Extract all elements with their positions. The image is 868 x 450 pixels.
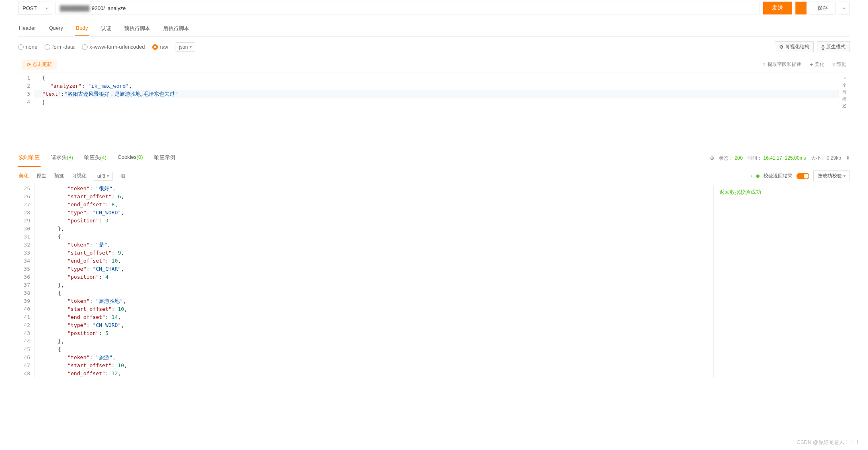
save-dropdown[interactable]: ▾: [839, 2, 850, 14]
request-url-row: POST ▾ ████████ :9200/_analyze 发送 ▾ 保存 ▾: [18, 0, 850, 16]
send-button[interactable]: 发送: [763, 2, 792, 14]
response-view-tabs: 美化 原生 预览 可视化 utf8▾ ⧉: [18, 171, 128, 181]
view-beautify[interactable]: 美化: [18, 171, 29, 181]
radio-form-data[interactable]: form-data: [45, 44, 75, 50]
radio-raw[interactable]: raw: [152, 44, 168, 50]
chevron-down-icon: ▾: [843, 6, 845, 10]
beautify-button[interactable]: ✦ 美化: [809, 61, 824, 68]
chevron-down-icon: ▾: [107, 174, 109, 178]
radio-none[interactable]: none: [18, 44, 37, 50]
http-method-select[interactable]: POST ▾: [18, 2, 52, 14]
validation-title: 校验返回结果: [764, 173, 792, 179]
field-description-sidebar[interactable]: « 字段描述: [839, 72, 850, 149]
url-host-blurred: ████████: [60, 5, 90, 11]
http-method-value: POST: [23, 5, 37, 11]
tab-realtime-response[interactable]: 实时响应: [18, 149, 41, 167]
validation-success-message: 返回数据校验成功: [719, 189, 844, 196]
body-type-radios: none form-data x-www-form-urlencoded raw…: [18, 42, 195, 52]
chevron-down-icon: ▾: [46, 6, 48, 10]
response-status-bar: ⊕ 状态： 200 时间： 16:41:17 125.00ms 大小： 0.29…: [710, 155, 850, 162]
url-input[interactable]: ████████ :9200/_analyze: [55, 2, 760, 14]
view-visual[interactable]: 可视化: [71, 171, 87, 181]
collapse-icon: «: [843, 76, 846, 80]
tree-icon: ⚙: [779, 44, 784, 50]
url-path: :9200/_analyze: [90, 5, 126, 11]
click-update-button[interactable]: ⟳点击更新: [22, 60, 57, 70]
visual-structure-button[interactable]: ⚙可视化结构: [775, 41, 814, 52]
chevron-down-icon: ▾: [843, 174, 845, 178]
tab-body[interactable]: Body: [75, 21, 89, 36]
status-dot-icon: [756, 175, 760, 178]
globe-icon: ⊕: [710, 155, 714, 161]
view-preview[interactable]: 预览: [53, 171, 65, 181]
tab-auth[interactable]: 认证: [100, 21, 112, 36]
copy-icon[interactable]: ⧉: [119, 173, 128, 179]
save-button[interactable]: 保存: [810, 2, 835, 14]
expand-icon[interactable]: ›: [751, 173, 752, 179]
refresh-icon: ⟳: [27, 62, 31, 68]
request-body-editor[interactable]: 1234 { "analyzer": "ik_max_word", "text"…: [18, 72, 839, 149]
tab-request-headers[interactable]: 请求头(8): [50, 149, 74, 167]
tab-pre-script[interactable]: 预执行脚本: [123, 21, 151, 36]
validation-panel: 返回数据校验成功: [713, 185, 850, 378]
validation-toggle[interactable]: [796, 173, 809, 179]
simplify-button[interactable]: ≡ 简化: [832, 61, 846, 68]
view-raw[interactable]: 原生: [36, 171, 47, 181]
request-tabs: Header Query Body 认证 预执行脚本 后执行脚本: [18, 21, 850, 37]
tab-response-headers[interactable]: 响应头(4): [84, 149, 107, 167]
response-line-gutter: 2526272829303132333435363738394041424344…: [18, 185, 34, 378]
chevron-down-icon: ▾: [190, 45, 192, 49]
extract-fields-button[interactable]: ⇪ 提取字段和描述: [762, 61, 801, 68]
encoding-select[interactable]: utf8▾: [94, 172, 113, 181]
validation-mode-select[interactable]: 按成功校验▾: [813, 171, 850, 181]
download-icon[interactable]: ⬇: [846, 155, 850, 161]
native-mode-button[interactable]: {}原生模式: [817, 41, 850, 52]
tab-query[interactable]: Query: [48, 21, 64, 36]
response-body-viewer[interactable]: 2526272829303132333435363738394041424344…: [18, 185, 713, 378]
chevron-down-icon: ▾: [800, 6, 802, 10]
tab-response-example[interactable]: 响应示例: [154, 149, 176, 167]
tab-post-script[interactable]: 后执行脚本: [162, 21, 190, 36]
response-tabs: 实时响应 请求头(8) 响应头(4) Cookies(0) 响应示例 ⊕ 状态：…: [18, 149, 850, 167]
braces-icon: {}: [821, 44, 825, 50]
raw-format-select[interactable]: json▾: [176, 42, 195, 52]
radio-urlencoded[interactable]: x-www-form-urlencoded: [82, 44, 145, 50]
tab-cookies[interactable]: Cookies(0): [117, 149, 144, 167]
line-gutter: 1234: [18, 74, 34, 147]
send-dropdown[interactable]: ▾: [795, 2, 807, 14]
tab-header[interactable]: Header: [18, 21, 37, 36]
